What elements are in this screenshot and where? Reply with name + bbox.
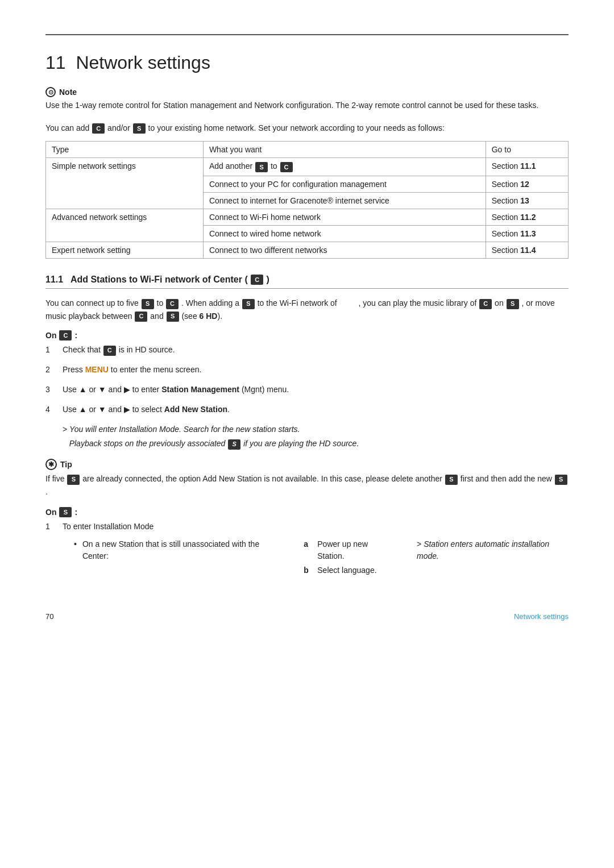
footer-section: Network settings: [514, 612, 569, 621]
station-badge-tip3: S: [555, 475, 567, 485]
sub-list: On a new Station that is still unassocia…: [74, 536, 569, 581]
on-s-steps: 1 To enter Installation Mode On a new St…: [45, 521, 569, 584]
station-badge-tip1: S: [67, 475, 80, 485]
section-11-1-heading: 11.1 Add Stations to Wi-Fi network of Ce…: [45, 275, 569, 289]
alpha-item-a: a Power up new Station.: [304, 538, 394, 562]
table-header-row: Type What you want Go to: [46, 142, 569, 158]
center-badge-step1: C: [103, 346, 116, 356]
goto-simple-1: Section 11.1: [486, 158, 568, 176]
col-type: Type: [46, 142, 204, 158]
on-c-steps: 1 Check that C is in HD source. 2 Press …: [45, 344, 569, 416]
tip-icon: ✱: [45, 459, 57, 470]
center-badge-p2: C: [479, 299, 492, 309]
type-advanced: Advanced network settings: [46, 209, 204, 242]
station-badge-p1: S: [142, 299, 154, 309]
table-row: Advanced network settings Connect to Wi-…: [46, 209, 569, 225]
section-number: 11.1: [45, 275, 63, 284]
table-row: Simple network settings Add another S to…: [46, 158, 569, 176]
what-advanced-2: Connect to wired home network: [203, 225, 486, 242]
note-icon: ⊙: [45, 87, 56, 97]
result-line-2: Playback stops on the previously associa…: [63, 438, 569, 450]
page-number: 70: [45, 612, 53, 621]
station-badge-result: S: [228, 439, 240, 450]
goto-advanced-1: Section 11.2: [486, 209, 568, 225]
station-badge-p4: S: [167, 312, 179, 322]
what-advanced-1: Connect to Wi-Fi home network: [203, 209, 486, 225]
result-line-1: You will enter Installation Mode. Search…: [63, 423, 569, 435]
top-rule: [45, 34, 569, 35]
station-badge-on: S: [59, 507, 72, 517]
station-badge-p2: S: [242, 299, 255, 309]
menu-key: MENU: [85, 365, 109, 374]
step-item-4: 4 Use ▲ or ▼ and ▶ to select Add New Sta…: [45, 404, 569, 416]
center-badge-p3: C: [135, 312, 147, 322]
center-badge-on: C: [59, 330, 72, 340]
table-row: Expert network setting Connect to two di…: [46, 242, 569, 258]
chapter-title: 11 Network settings: [45, 52, 569, 73]
tip-box: ✱ Tip If five S are already connected, t…: [45, 459, 569, 498]
center-badge-section: C: [251, 275, 263, 285]
tip-text: If five S are already connected, the opt…: [45, 472, 569, 498]
goto-simple-3: Section 13: [486, 192, 568, 209]
station-badge-tip2: S: [445, 475, 458, 485]
station-badge-table: S: [255, 162, 268, 172]
col-goto: Go to: [486, 142, 568, 158]
step-item-1: 1 Check that C is in HD source.: [45, 344, 569, 356]
s-result: Station enters automatic installation mo…: [417, 538, 569, 562]
note-header: ⊙ Note: [45, 87, 569, 97]
type-simple: Simple network settings: [46, 158, 204, 209]
what-simple-2: Connect to your PC for configuration man…: [203, 176, 486, 192]
on-c-heading: On C :: [45, 330, 569, 340]
alpha-item-b: b Select language.: [304, 564, 394, 576]
center-badge-table: C: [280, 162, 293, 172]
intro-paragraph: You can add C and/or S to your existing …: [45, 122, 569, 134]
section-11-1-intro: You can connect up to five S to C . When…: [45, 297, 569, 322]
type-expert: Expert network setting: [46, 242, 204, 258]
station-badge-p3: S: [507, 299, 519, 309]
page-container: 11 Network settings ⊙ Note Use the 1-way…: [0, 0, 614, 638]
tip-label: Tip: [60, 460, 72, 469]
center-badge-intro: C: [92, 123, 105, 134]
what-expert-1: Connect to two different networks: [203, 242, 486, 258]
alpha-list: a Power up new Station. b Select languag…: [304, 538, 394, 579]
goto-expert-1: Section 11.4: [486, 242, 568, 258]
note-box: ⊙ Note Use the 1-way remote control for …: [45, 87, 569, 111]
col-what: What you want: [203, 142, 486, 158]
what-simple-1: Add another S to C: [203, 158, 486, 176]
note-label: Note: [59, 88, 77, 97]
tip-header: ✱ Tip: [45, 459, 569, 470]
footer: 70 Network settings: [45, 612, 569, 621]
on-s-heading: On S :: [45, 507, 569, 517]
goto-advanced-2: Section 11.3: [486, 225, 568, 242]
sub-list-item: On a new Station that is still unassocia…: [74, 536, 569, 581]
on-s-step-1: 1 To enter Installation Mode On a new St…: [45, 521, 569, 584]
result-block: You will enter Installation Mode. Search…: [63, 423, 569, 450]
station-badge-intro: S: [133, 123, 146, 134]
note-text: Use the 1-way remote control for Station…: [45, 99, 569, 111]
step-item-2: 2 Press MENU to enter the menu screen.: [45, 364, 569, 376]
step-item-3: 3 Use ▲ or ▼ and ▶ to enter Station Mana…: [45, 384, 569, 396]
what-simple-3: Connect to internet for Gracenote® inter…: [203, 192, 486, 209]
goto-simple-2: Section 12: [486, 176, 568, 192]
center-badge-p1: C: [166, 299, 179, 309]
settings-table: Type What you want Go to Simple network …: [45, 141, 569, 258]
